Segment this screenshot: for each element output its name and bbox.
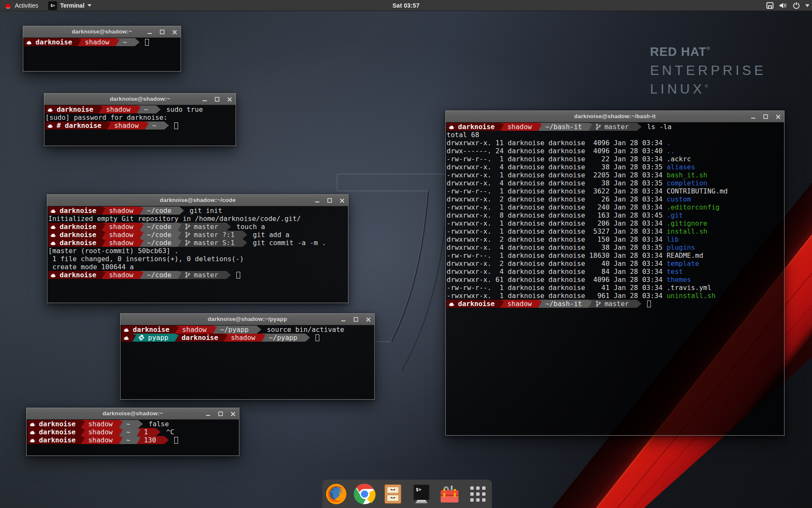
terminal-screen[interactable]: darknoiseshadow~/pyappsource bin/activat… [121, 325, 374, 399]
window-titlebar[interactable]: darknoise@shadow:~/bash-it [446, 111, 784, 122]
minimize-icon [341, 317, 346, 322]
prompt-user-segment: darknoise [447, 123, 504, 131]
prompt-line: darknoiseshadow~false [27, 420, 239, 428]
dock-item-files[interactable] [381, 482, 405, 506]
maximize-button[interactable] [350, 314, 362, 325]
prompt-git-segment: master S:1 [178, 239, 247, 247]
typed-command: ls -la [647, 123, 672, 131]
dock-item-chrome[interactable] [353, 482, 376, 506]
window-titlebar[interactable]: darknoise@shadow:~/pyapp [121, 314, 374, 325]
prompt-git-segment: master [588, 300, 642, 308]
ls-output-row: drwxrwxr-x. 2 darknoise darknoise 40 Jan… [447, 260, 784, 268]
minimize-button[interactable] [144, 26, 156, 38]
dock-item-terminal[interactable]: $> [409, 482, 433, 506]
ls-output-row: -rw-rw-r--. 1 darknoise darknoise 41 Jan… [447, 284, 784, 292]
prompt-user-segment: darknoise [48, 231, 106, 239]
window-buttons [311, 195, 348, 206]
file-name: . [667, 139, 671, 147]
maximize-icon [327, 198, 332, 203]
close-button[interactable] [168, 26, 181, 38]
maximize-button[interactable] [214, 408, 227, 420]
ls-output-row: drwxrwxr-x. 2 darknoise darknoise 150 Ja… [447, 235, 784, 243]
maximize-button[interactable] [760, 111, 772, 122]
prompt-line: darknoiseshadow~130 [27, 436, 239, 444]
close-button[interactable] [227, 408, 239, 420]
terminal-screen[interactable]: darknoiseshadow~ [23, 38, 181, 71]
output-text: -rwxrwxr-x. 1 darknoise darknoise 206 Ja… [447, 219, 667, 227]
window-titlebar[interactable]: darknoise@shadow:~ [23, 26, 181, 38]
file-name: .travis.yml [667, 284, 711, 292]
ls-output-row: -rw-rw-r--. 1 darknoise darknoise 22 Jan… [447, 155, 784, 163]
terminal-output-line: create mode 100644 a [48, 263, 348, 271]
prompt-user-segment: darknoise [48, 271, 106, 279]
redhat-fedora-icon [448, 301, 455, 306]
terminal-screen[interactable]: darknoiseshadow~/codegit initInitialized… [47, 206, 348, 303]
firefox-icon [325, 483, 347, 505]
close-icon [227, 97, 232, 102]
close-button[interactable] [223, 94, 236, 105]
output-text: drwxrwxr-x. 2 darknoise darknoise 150 Ja… [447, 235, 667, 243]
prompt-path-segment: ~ [119, 420, 143, 428]
prompt-host-segment: shadow [102, 231, 144, 239]
rhel-logo-text-enterprise: ENTERPRISE [650, 63, 766, 78]
maximize-button[interactable] [211, 94, 223, 105]
clock[interactable]: Sat 03:57 [0, 0, 812, 11]
dock-item-appgrid[interactable] [466, 482, 490, 506]
toolbox-icon [439, 483, 461, 505]
minimize-button[interactable] [337, 314, 350, 325]
output-text: total 68 [447, 131, 479, 139]
system-status-area[interactable] [766, 0, 809, 11]
prompt-venv-segment: pyapp [132, 334, 178, 342]
prompt-path-segment: ~/pyapp [213, 326, 261, 334]
close-icon [230, 411, 236, 417]
window-titlebar[interactable]: darknoise@shadow:~ [44, 94, 236, 105]
git-branch-icon [185, 240, 190, 246]
dock-item-firefox[interactable] [324, 482, 348, 506]
prompt-line: darknoiseshadow~/codemaster ?:1git add a [48, 231, 348, 239]
typed-command: ^C [166, 428, 174, 436]
close-button[interactable] [336, 195, 348, 206]
window-buttons [337, 314, 374, 325]
file-name: install.sh [667, 227, 707, 235]
output-text: drwxrwxr-x. 4 darknoise darknoise 38 Jan… [447, 163, 667, 171]
terminal-window-pyapp: darknoise@shadow:~/pyappdarknoiseshadow~… [120, 313, 375, 400]
maximize-icon [763, 114, 768, 119]
git-branch-icon [185, 232, 190, 238]
minimize-button[interactable] [311, 195, 324, 206]
terminal-output-line: total 68 [447, 131, 784, 139]
maximize-button[interactable] [156, 26, 168, 38]
terminal-cursor [647, 301, 651, 307]
redhat-fedora-icon [29, 422, 36, 427]
window-titlebar[interactable]: darknoise@shadow:~/code [47, 195, 348, 206]
close-button[interactable] [362, 314, 374, 325]
file-name: plugins [667, 243, 695, 251]
prompt-host-segment: shadow [224, 334, 266, 342]
minimize-button[interactable] [747, 111, 760, 122]
terminal-screen[interactable]: darknoiseshadow~falsedarknoiseshadow~1^C… [27, 420, 239, 456]
terminal-screen[interactable]: darknoiseshadow~sudo true[sudo] password… [44, 105, 236, 146]
output-text: drwxrwxr-x. 4 darknoise darknoise 84 Jan… [447, 268, 667, 276]
prompt-path-segment: ~ [145, 121, 169, 130]
terminal-window-sudo: darknoise@shadow:~darknoiseshadow~sudo t… [44, 93, 236, 146]
rhel-wallpaper-logo: RED HAT® ENTERPRISE LINUX® [650, 45, 766, 97]
close-button[interactable] [772, 111, 784, 122]
maximize-button[interactable] [324, 195, 336, 206]
dock-item-toolbox[interactable] [438, 482, 461, 506]
window-title: darknoise@shadow:~/pyapp [121, 314, 374, 325]
ls-output-row: drwxrwxr-x. 11 darknoise darknoise 4096 … [447, 139, 784, 147]
app-grid-icon [468, 484, 488, 504]
git-branch-icon [185, 224, 190, 230]
prompt-path-segment: ~/code [140, 271, 182, 279]
prompt-path-segment: ~/code [140, 231, 182, 239]
output-text: -rw-rw-r--. 1 darknoise darknoise 18630 … [447, 251, 667, 260]
terminal-screen[interactable]: darknoiseshadow~/bash-itmasterls -latota… [446, 122, 784, 435]
minimize-button[interactable] [199, 94, 211, 105]
file-name: lib [667, 235, 679, 243]
output-text: drwxrwxr-x. 61 darknoise darknoise 4096 … [447, 276, 667, 284]
chrome-icon [354, 483, 376, 505]
prompt-user-segment: darknoise [48, 223, 106, 231]
output-text: -rw-rw-r--. 1 darknoise darknoise 41 Jan… [447, 284, 667, 292]
window-titlebar[interactable]: darknoise@shadow:~ [27, 408, 239, 420]
prompt-path-segment: ~ [116, 38, 140, 46]
minimize-button[interactable] [202, 408, 214, 420]
